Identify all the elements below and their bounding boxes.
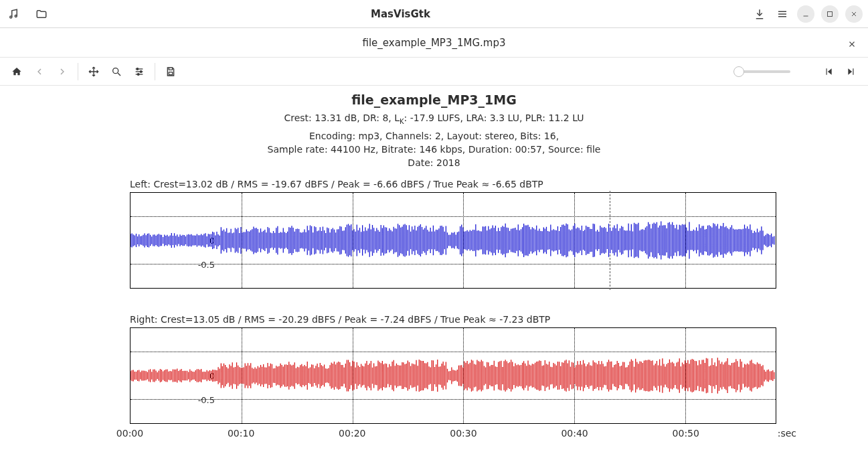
open-folder-icon[interactable] — [33, 6, 50, 22]
tab-label[interactable]: file_example_MP3_1MG.mp3 — [363, 37, 506, 49]
plot-info-line-4: Date: 2018 — [0, 157, 868, 168]
x-tick-label: 00:50 — [673, 428, 699, 439]
left-waveform[interactable] — [130, 192, 776, 289]
svg-point-17 — [140, 70, 142, 72]
plot-info-line-1: Crest: 13.31 dB, DR: 8, LK: -17.9 LUFS, … — [0, 112, 868, 125]
skip-end-icon[interactable] — [840, 60, 863, 83]
svg-rect-6 — [828, 11, 833, 16]
pan-icon[interactable] — [82, 60, 105, 83]
x-tick-label: 00:30 — [450, 428, 476, 439]
svg-point-18 — [137, 73, 139, 75]
time-axis: 00:00 00:10 00:20 00:30 00:40 00:50 :sec — [130, 424, 776, 444]
headerbar: MasVisGtk — [0, 0, 868, 28]
app-title: MasVisGtk — [50, 8, 752, 20]
back-icon[interactable] — [28, 60, 51, 83]
skip-start-icon[interactable] — [817, 60, 840, 83]
svg-point-0 — [10, 16, 12, 18]
separator — [155, 63, 155, 80]
left-channel-label: Left: Crest=13.02 dB / RMS = -19.67 dBFS… — [130, 179, 868, 189]
x-tick-label: 00:00 — [116, 428, 143, 439]
tab-close-icon[interactable] — [844, 36, 860, 52]
home-icon[interactable] — [5, 60, 28, 83]
close-button[interactable] — [845, 5, 863, 23]
save-icon[interactable] — [159, 60, 182, 83]
music-icon[interactable] — [5, 6, 21, 22]
separator — [78, 63, 78, 80]
svg-point-16 — [137, 68, 139, 70]
svg-point-1 — [15, 15, 17, 17]
maximize-button[interactable] — [821, 5, 839, 23]
tab-bar: file_example_MP3_1MG.mp3 — [0, 28, 868, 58]
x-tick-label: 00:10 — [228, 428, 254, 439]
svg-point-11 — [113, 68, 118, 73]
svg-line-12 — [118, 73, 120, 76]
plot-title: file_example_MP3_1MG — [0, 92, 868, 107]
download-icon[interactable] — [752, 6, 768, 22]
right-channel-label: Right: Crest=13.05 dB / RMS = -20.29 dBF… — [130, 314, 868, 325]
minimize-button[interactable] — [797, 5, 814, 23]
forward-icon[interactable] — [51, 60, 74, 83]
svg-rect-19 — [169, 72, 172, 74]
plot-info-line-2: Encoding: mp3, Channels: 2, Layout: ster… — [0, 131, 868, 141]
plot-toolbar — [0, 58, 868, 86]
configure-icon[interactable] — [128, 60, 151, 83]
x-tick-label: 00:20 — [339, 428, 365, 439]
x-tick-label: 00:40 — [561, 428, 588, 439]
zoom-icon[interactable] — [105, 60, 128, 83]
zoom-slider[interactable] — [737, 70, 790, 73]
right-waveform[interactable] — [130, 327, 776, 424]
hamburger-menu-icon[interactable] — [774, 6, 790, 22]
plot-info-line-3: Sample rate: 44100 Hz, Bitrate: 146 kbps… — [0, 144, 868, 155]
plot-area: file_example_MP3_1MG Crest: 13.31 dB, DR… — [0, 86, 868, 444]
x-axis-unit: :sec — [778, 428, 796, 439]
